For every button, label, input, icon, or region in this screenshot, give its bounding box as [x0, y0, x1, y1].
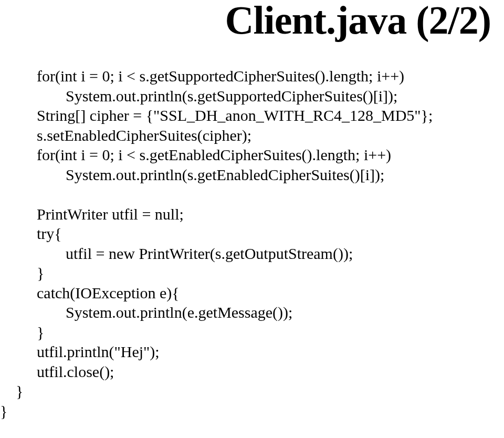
code-line: } — [0, 402, 7, 420]
code-line: utfil.close(); — [37, 363, 114, 380]
code-line: catch(IOException e){ — [37, 284, 180, 301]
code-line: System.out.println(s.getSupportedCipherS… — [37, 86, 397, 106]
code-line: } — [37, 264, 44, 281]
code-line: System.out.println(e.getMessage()); — [37, 303, 292, 322]
code-line: s.setEnabledCipherSuites(cipher); — [37, 127, 251, 144]
code-line: utfil = new PrintWriter(s.getOutputStrea… — [37, 244, 353, 264]
code-line: for(int i = 0; i < s.getEnabledCipherSui… — [37, 146, 391, 163]
code-line: System.out.println(s.getEnabledCipherSui… — [37, 165, 384, 185]
code-line: } — [16, 382, 23, 400]
code-line: for(int i = 0; i < s.getSupportedCipherS… — [37, 67, 404, 85]
code-line: } — [37, 324, 44, 341]
page-title: Client.java (2/2) — [0, 0, 504, 40]
code-line: String[] cipher = {"SSL_DH_anon_WITH_RC4… — [37, 107, 433, 124]
code-line: try{ — [37, 225, 62, 242]
code-block: for(int i = 0; i < s.getSupportedCipherS… — [0, 40, 504, 421]
code-line: utfil.println("Hej"); — [37, 343, 160, 360]
code-line: PrintWriter utfil = null; — [37, 205, 184, 223]
slide-page: Client.java (2/2) for(int i = 0; i < s.g… — [0, 0, 504, 438]
